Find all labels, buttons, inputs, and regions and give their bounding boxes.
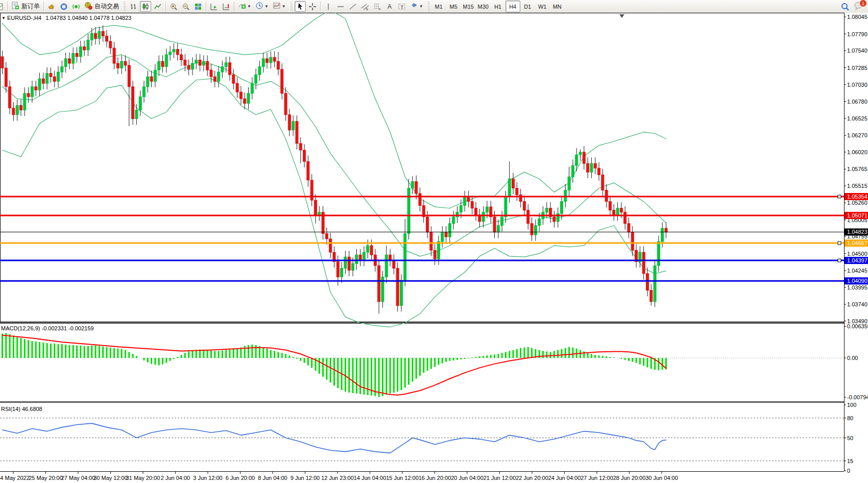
svg-text:1.04090: 1.04090 <box>847 278 867 284</box>
svg-text:100: 100 <box>847 402 856 408</box>
tile-windows-icon[interactable] <box>192 1 204 12</box>
indicators-button[interactable]: ▼ <box>236 1 253 12</box>
price-tag: 1.04823 <box>845 228 868 235</box>
text-icon[interactable]: A <box>384 1 395 12</box>
svg-text:1.05260: 1.05260 <box>847 200 867 206</box>
svg-text:14 Jun 04:00: 14 Jun 04:00 <box>354 475 387 481</box>
chevron-down-icon: ▼ <box>264 4 269 9</box>
svg-text:1.03995: 1.03995 <box>847 284 867 291</box>
timeframe-W1[interactable]: W1 <box>535 1 550 12</box>
horizontal-line-objects[interactable] <box>0 195 844 281</box>
timeframe-H4[interactable]: H4 <box>505 1 520 12</box>
svg-text:1.05071: 1.05071 <box>847 212 867 219</box>
shapes-button[interactable]: ▼ <box>408 1 425 12</box>
trendline-icon[interactable] <box>347 1 358 12</box>
templates-button[interactable]: ▼ <box>271 1 287 12</box>
toolbar-grip <box>290 2 293 11</box>
timeframe-MN[interactable]: MN <box>550 1 565 12</box>
svg-text:1.04823: 1.04823 <box>847 229 867 235</box>
svg-text:1.05354: 1.05354 <box>847 194 867 200</box>
market-watch-icon[interactable] <box>0 1 5 12</box>
news-icon[interactable] <box>58 1 69 12</box>
svg-text:30 May 12:00: 30 May 12:00 <box>93 475 128 481</box>
price-axis[interactable]: 1.080451.077901.075401.072851.070301.067… <box>844 14 868 324</box>
price-tag: 1.05354 <box>845 193 868 200</box>
svg-text:25 May 20:00: 25 May 20:00 <box>29 475 63 481</box>
cursor-icon[interactable] <box>295 1 306 12</box>
svg-text:12 Jun 23:00: 12 Jun 23:00 <box>321 475 354 481</box>
divider <box>320 2 321 11</box>
auto-trading-button[interactable]: 自动交易 <box>83 1 120 12</box>
price-tag: 1.05071 <box>845 212 868 219</box>
rsi-panel: 1008050150 <box>0 402 856 474</box>
crosshair-icon[interactable] <box>307 1 318 12</box>
chevron-down-icon: ▼ <box>419 4 423 9</box>
chevron-down-icon: ▼ <box>282 4 286 9</box>
price-tag: 1.04657 <box>845 239 868 247</box>
svg-text:1.07540: 1.07540 <box>847 47 867 54</box>
svg-text:50: 50 <box>847 435 853 441</box>
time-axis[interactable]: 24 May 202225 May 20:0027 May 04:0030 Ma… <box>0 472 678 481</box>
bar-chart-icon[interactable] <box>128 1 139 12</box>
chart-shift-marker-icon[interactable] <box>619 14 624 18</box>
line-handle[interactable] <box>838 259 841 262</box>
zoom-in-icon[interactable] <box>168 1 179 12</box>
timeframe-H1[interactable]: H1 <box>491 1 505 12</box>
svg-text:1.07030: 1.07030 <box>847 82 867 88</box>
svg-text:30 Jun 04:00: 30 Jun 04:00 <box>645 475 678 481</box>
svg-text:1.06780: 1.06780 <box>847 99 867 105</box>
svg-text:1.04245: 1.04245 <box>847 268 867 274</box>
zoom-out-icon[interactable] <box>180 1 191 12</box>
svg-text:28 Jun 20:00: 28 Jun 20:00 <box>613 475 646 481</box>
chart-canvas[interactable]: 1.080451.077901.075401.072851.070301.067… <box>0 13 868 483</box>
rsi-label: RSI(14) 46.6808 <box>1 406 42 412</box>
line-handle[interactable] <box>838 242 841 245</box>
chat-button[interactable]: 1 <box>852 1 864 12</box>
svg-text:20 Jun 04:00: 20 Jun 04:00 <box>451 475 484 481</box>
price-tag: 1.04397 <box>845 257 868 264</box>
candlestick-icon[interactable] <box>140 1 151 12</box>
line-handle[interactable] <box>838 195 841 198</box>
svg-text:1.04500: 1.04500 <box>847 251 867 257</box>
toolbar-grip <box>427 2 430 11</box>
chart-shift-icon[interactable] <box>221 1 232 12</box>
vline-icon[interactable] <box>323 1 334 12</box>
shapes-icon <box>410 2 418 12</box>
signals-icon[interactable] <box>70 1 82 12</box>
panel-frames <box>0 13 845 472</box>
svg-text:1.07285: 1.07285 <box>847 65 867 71</box>
fibonacci-icon[interactable]: F <box>372 1 383 12</box>
search-icon[interactable] <box>839 1 851 12</box>
timeframe-M30[interactable]: M30 <box>476 1 491 12</box>
timeframe-M15[interactable]: M15 <box>461 1 476 12</box>
periods-button[interactable]: ▼ <box>254 1 270 12</box>
chart-window[interactable]: 1.080451.077901.075401.072851.070301.067… <box>0 13 868 483</box>
svg-text:0.00: 0.00 <box>847 355 858 361</box>
timeframe-M1[interactable]: M1 <box>431 1 446 12</box>
svg-text:1.06525: 1.06525 <box>847 115 867 122</box>
periods-icon <box>255 2 263 12</box>
timeframe-D1[interactable]: D1 <box>520 1 535 12</box>
svg-text:1.04397: 1.04397 <box>847 257 867 263</box>
timeframe-M5[interactable]: M5 <box>446 1 461 12</box>
divider <box>206 2 206 11</box>
svg-text:1.07790: 1.07790 <box>847 31 867 37</box>
alert-horn-icon[interactable] <box>46 1 57 12</box>
svg-text:8 Jun 04:00: 8 Jun 04:00 <box>258 475 287 481</box>
ohlc-readout: 1.04783 1.04840 1.04778 1.04823 <box>45 15 131 21</box>
svg-text:F: F <box>379 8 381 11</box>
macd-panel: 0.0063590.00-0.007949 <box>0 323 868 400</box>
chevron-down-icon: ▼ <box>247 4 251 9</box>
auto-trading-label: 自动交易 <box>94 2 119 11</box>
label-icon[interactable]: T <box>396 1 407 12</box>
svg-text:1.05515: 1.05515 <box>847 183 867 189</box>
auto-scroll-icon[interactable] <box>208 1 220 12</box>
channel-icon[interactable]: E <box>359 1 371 12</box>
hline-icon[interactable] <box>335 1 346 12</box>
templates-icon <box>273 2 281 12</box>
new-order-button[interactable]: 新订单 <box>10 1 41 12</box>
svg-text:24 Jun 04:00: 24 Jun 04:00 <box>548 475 581 481</box>
symbol-dropdown-icon[interactable]: ▼ <box>2 16 6 20</box>
svg-text:0.006359: 0.006359 <box>847 323 868 329</box>
line-chart-icon[interactable] <box>152 1 163 12</box>
